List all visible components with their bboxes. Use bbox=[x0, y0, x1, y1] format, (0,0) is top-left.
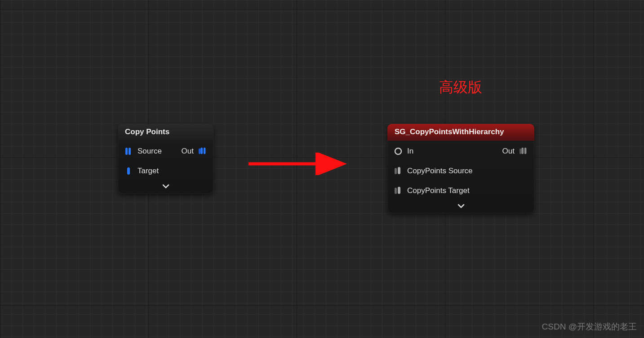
pin-icon-blue bbox=[124, 147, 133, 156]
svg-rect-2 bbox=[125, 148, 128, 155]
annotation-label: 高级版 bbox=[439, 78, 482, 97]
expand-chevron-icon[interactable] bbox=[118, 181, 213, 193]
node-title: SG_CopyPointsWithHierarchy bbox=[387, 124, 534, 140]
svg-rect-5 bbox=[200, 148, 203, 154]
svg-rect-7 bbox=[127, 167, 130, 175]
watermark: CSDN @开发游戏的老王 bbox=[542, 321, 637, 333]
expand-chevron-icon[interactable] bbox=[387, 201, 534, 213]
node-body: In Out bbox=[387, 140, 534, 201]
pin-out[interactable]: Out bbox=[182, 147, 207, 156]
pin-icon-blue-multi bbox=[198, 147, 207, 156]
pin-label: In bbox=[407, 147, 413, 156]
node-title: Copy Points bbox=[118, 124, 213, 140]
pin-copy-target[interactable]: CopyPoints Target bbox=[394, 186, 470, 195]
pin-out[interactable]: Out bbox=[502, 147, 528, 156]
pin-icon-grey bbox=[394, 186, 403, 195]
pin-icon-grey bbox=[394, 167, 403, 176]
svg-rect-10 bbox=[521, 148, 524, 154]
pin-icon-blue-single bbox=[124, 167, 133, 176]
pin-label: CopyPoints Source bbox=[407, 167, 473, 176]
pin-icon-circle bbox=[394, 147, 403, 156]
svg-rect-13 bbox=[398, 167, 400, 174]
svg-rect-9 bbox=[520, 149, 522, 154]
node-copy-points[interactable]: Copy Points Source bbox=[118, 124, 213, 193]
pin-label: Out bbox=[502, 147, 515, 156]
svg-rect-15 bbox=[398, 187, 400, 194]
svg-rect-12 bbox=[395, 168, 397, 174]
pin-in[interactable]: In bbox=[394, 147, 413, 156]
pin-label: CopyPoints Target bbox=[407, 186, 470, 195]
node-body: Source Out Tar bbox=[118, 140, 213, 181]
node-sg-copy-points-hierarchy[interactable]: SG_CopyPointsWithHierarchy In bbox=[387, 124, 534, 213]
pin-icon-grey-multi bbox=[519, 147, 528, 156]
pin-label: Out bbox=[182, 147, 194, 156]
svg-rect-14 bbox=[395, 188, 397, 194]
pin-label: Target bbox=[138, 167, 159, 176]
svg-point-8 bbox=[395, 148, 401, 154]
svg-rect-3 bbox=[129, 148, 131, 155]
svg-rect-11 bbox=[524, 148, 527, 154]
pin-target[interactable]: Target bbox=[124, 167, 159, 176]
pin-source[interactable]: Source bbox=[124, 147, 162, 156]
svg-rect-6 bbox=[204, 148, 206, 154]
pin-label: Source bbox=[138, 147, 162, 156]
svg-rect-4 bbox=[199, 149, 201, 154]
arrow-annotation bbox=[246, 153, 354, 175]
pin-copy-source[interactable]: CopyPoints Source bbox=[394, 167, 473, 176]
